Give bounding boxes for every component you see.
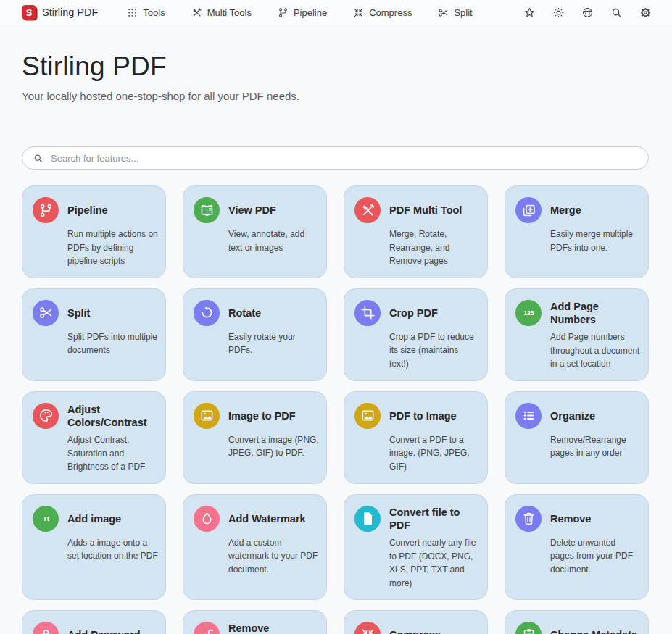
scissors-icon bbox=[33, 300, 59, 326]
feature-card-split[interactable]: Split Split PDFs into multiple documents bbox=[22, 288, 166, 381]
feature-description: Merge, Rotate, Rearrange, and Remove pag… bbox=[389, 228, 480, 268]
settings-icon[interactable] bbox=[639, 7, 652, 19]
feature-description: Crop a PDF to reduce its size (maintains… bbox=[389, 330, 480, 371]
feature-description: Add a custom watermark to your PDF docum… bbox=[228, 536, 319, 577]
feature-title: Adjust Colors/Contrast bbox=[67, 403, 158, 429]
pipeline-icon bbox=[278, 7, 289, 18]
feature-title: View PDF bbox=[228, 197, 319, 223]
feature-description: Split PDFs into multiple documents bbox=[67, 330, 158, 357]
feature-title: Add image bbox=[67, 506, 158, 532]
feature-description: Convert a PDF to a image. (PNG, JPEG, GI… bbox=[389, 433, 480, 474]
numbers-badge-icon: 123 bbox=[515, 300, 542, 326]
feature-card-pdf-multi-tool[interactable]: PDF Multi Tool Merge, Rotate, Rearrange,… bbox=[344, 185, 488, 278]
feature-search-bar bbox=[22, 146, 649, 170]
clipboard-icon bbox=[515, 622, 542, 634]
star-icon[interactable] bbox=[523, 7, 536, 19]
hammer-wrench-icon bbox=[191, 7, 202, 18]
feature-title: Organize bbox=[550, 403, 641, 429]
feature-description: Convert nearly any file to PDF (DOCX, PN… bbox=[389, 536, 480, 590]
feature-title: Change Metadata bbox=[550, 622, 641, 634]
feature-description: Remove/Rearrange pages in any order bbox=[550, 433, 641, 460]
feature-title: Remove bbox=[550, 506, 641, 532]
image-icon bbox=[354, 403, 381, 429]
feature-title: Image to PDF bbox=[228, 403, 319, 429]
feature-title: Crop PDF bbox=[389, 300, 480, 326]
feature-card-remove-password[interactable]: Remove Password Remove password protecti… bbox=[183, 610, 327, 634]
bullet-list-icon bbox=[515, 403, 542, 429]
text-badge-icon: Tt bbox=[33, 506, 59, 532]
feature-card-add-watermark[interactable]: Add Watermark Add a custom watermark to … bbox=[183, 494, 327, 601]
nav-item-label: Multi Tools bbox=[207, 7, 252, 18]
brand[interactable]: S Stirling PDF bbox=[22, 5, 98, 20]
feature-card-change-metadata[interactable]: Change Metadata Change/Remove/Add metada… bbox=[505, 610, 649, 634]
feature-title: Compress bbox=[389, 622, 480, 634]
nav-item-label: Compress bbox=[369, 7, 412, 18]
feature-card-view-pdf[interactable]: View PDF View, annotate, add text or ima… bbox=[183, 185, 327, 278]
trash-icon bbox=[515, 506, 542, 532]
rotate-arrow-icon bbox=[194, 300, 220, 326]
feature-card-adjust-colors-contrast[interactable]: Adjust Colors/Contrast Adjust Contrast, … bbox=[22, 391, 166, 484]
feature-title: Merge bbox=[550, 197, 641, 223]
feature-card-organize[interactable]: Organize Remove/Rearrange pages in any o… bbox=[505, 391, 649, 484]
feature-description: Run multiple actions on PDFs by defining… bbox=[67, 228, 158, 268]
feature-title: Add Watermark bbox=[228, 506, 319, 532]
feature-description: View, annotate, add text or images bbox=[228, 228, 319, 254]
brightness-icon[interactable] bbox=[552, 7, 565, 19]
search-icon bbox=[33, 153, 43, 164]
unlock-icon bbox=[194, 622, 220, 634]
apps-grid-icon bbox=[127, 7, 138, 18]
feature-description: Convert a image (PNG, JPEG, GIF) to PDF. bbox=[228, 433, 319, 460]
feature-card-remove[interactable]: Remove Delete unwanted pages from your P… bbox=[505, 494, 649, 601]
feature-card-add-image[interactable]: Tt Add image Adds a image onto a set loc… bbox=[22, 494, 166, 601]
nav-item-split[interactable]: Split bbox=[438, 7, 472, 18]
feature-card-crop-pdf[interactable]: Crop PDF Crop a PDF to reduce its size (… bbox=[344, 288, 488, 381]
feature-title: PDF Multi Tool bbox=[389, 197, 480, 223]
feature-title: PDF to Image bbox=[389, 403, 480, 429]
feature-description: Easily rotate your PDFs. bbox=[228, 330, 319, 357]
nav-item-multi-tools[interactable]: Multi Tools bbox=[191, 7, 252, 18]
feature-card-add-page-numbers[interactable]: 123 Add Page Numbers Add Page numbers th… bbox=[505, 288, 649, 381]
feature-card-add-password[interactable]: Add Password Encrypt your PDF document w… bbox=[22, 610, 166, 634]
feature-description: Delete unwanted pages from your PDF docu… bbox=[550, 536, 641, 577]
features-grid: Pipeline Run multiple actions on PDFs by… bbox=[22, 185, 649, 634]
navbar: S Stirling PDF Tools Multi Tools Pipelin… bbox=[0, 0, 672, 25]
brand-label: Stirling PDF bbox=[42, 7, 98, 18]
nav-item-label: Pipeline bbox=[294, 7, 327, 18]
hammer-wrench-icon bbox=[354, 197, 381, 223]
lock-icon bbox=[33, 622, 59, 634]
image-icon bbox=[194, 403, 220, 429]
droplet-icon bbox=[194, 506, 220, 532]
feature-description: Add Page numbers throughout a document i… bbox=[550, 330, 641, 371]
stirling-logo-icon: S bbox=[22, 5, 36, 20]
feature-card-merge[interactable]: Merge Easily merge multiple PDFs into on… bbox=[505, 185, 649, 278]
navbar-actions bbox=[523, 7, 652, 19]
nav-item-label: Tools bbox=[143, 7, 165, 18]
feature-card-convert-file-to-pdf[interactable]: Convert file to PDF Convert nearly any f… bbox=[344, 494, 488, 601]
book-open-icon bbox=[194, 197, 220, 223]
feature-card-rotate[interactable]: Rotate Easily rotate your PDFs. bbox=[183, 288, 327, 381]
globe-icon[interactable] bbox=[581, 7, 594, 19]
nav-menu: Tools Multi Tools Pipeline Compress Spli… bbox=[127, 7, 472, 18]
feature-search-input[interactable] bbox=[51, 153, 638, 164]
page-title: Stirling PDF bbox=[22, 51, 649, 82]
compress-icon bbox=[354, 622, 381, 634]
search-icon[interactable] bbox=[610, 7, 623, 19]
nav-item-pipeline[interactable]: Pipeline bbox=[278, 7, 327, 18]
feature-card-pdf-to-image[interactable]: PDF to Image Convert a PDF to a image. (… bbox=[344, 391, 488, 484]
feature-card-compress[interactable]: Compress Compress PDFs to reduce their f… bbox=[344, 610, 488, 634]
nav-item-tools[interactable]: Tools bbox=[127, 7, 165, 18]
scissors-icon bbox=[438, 7, 449, 18]
compress-icon bbox=[353, 7, 364, 18]
feature-card-pipeline[interactable]: Pipeline Run multiple actions on PDFs by… bbox=[22, 185, 166, 278]
feature-card-image-to-pdf[interactable]: Image to PDF Convert a image (PNG, JPEG,… bbox=[183, 391, 327, 484]
nav-item-compress[interactable]: Compress bbox=[353, 7, 412, 18]
page-subtitle: Your locally hosted one-stop-shop for al… bbox=[22, 90, 649, 102]
feature-title: Rotate bbox=[228, 300, 319, 326]
file-icon bbox=[354, 506, 381, 532]
feature-title: Split bbox=[67, 300, 158, 326]
feature-description: Adjust Contrast, Saturation and Brightne… bbox=[67, 433, 158, 474]
feature-title: Remove Password bbox=[228, 622, 319, 634]
pipeline-icon bbox=[33, 197, 59, 223]
add-to-stack-icon bbox=[515, 197, 542, 223]
nav-item-label: Split bbox=[454, 7, 472, 18]
